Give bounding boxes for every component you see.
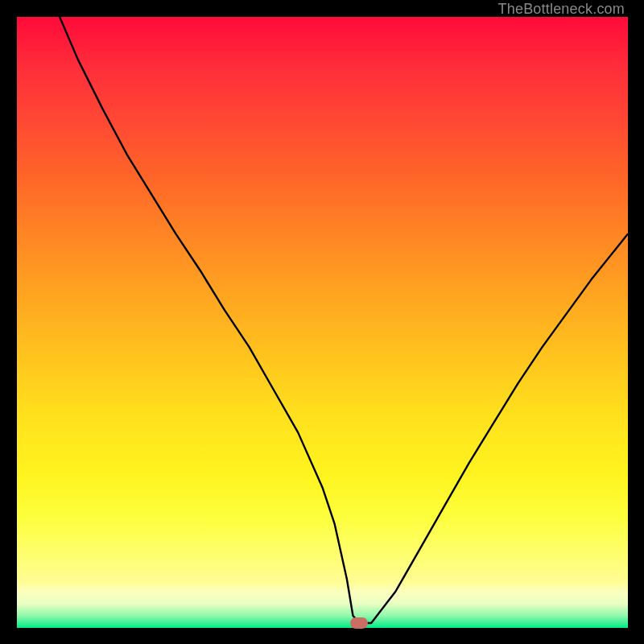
plot-area — [17, 17, 628, 628]
attribution-text: TheBottleneck.com — [498, 1, 625, 18]
bottleneck-curve — [60, 17, 628, 623]
curve-svg — [17, 17, 628, 628]
chart-container: TheBottleneck.com — [0, 0, 644, 644]
optimum-marker — [350, 617, 368, 629]
